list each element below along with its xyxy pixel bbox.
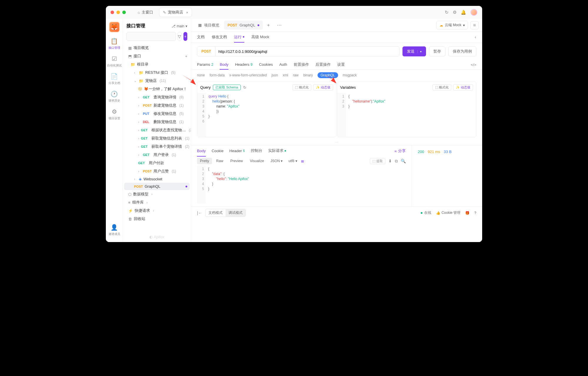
tree-api-item[interactable]: ›POST新建宠物信息(1) xyxy=(124,101,190,110)
save-as-case-button[interactable]: 保存为用例 xyxy=(448,46,476,56)
tree-api-item[interactable]: ›GET用户登录(1) xyxy=(124,151,190,159)
search-icon[interactable]: 🔍 xyxy=(401,159,406,163)
view-raw[interactable]: Raw xyxy=(213,158,226,164)
filter-button[interactable]: ▽ xyxy=(178,32,182,41)
response-body-viewer[interactable]: 12345 { "data": { "hello": "Hello Apifox… xyxy=(191,165,412,207)
copy-icon[interactable]: ⧉ xyxy=(395,159,398,164)
body-type-binary[interactable]: binary xyxy=(303,73,313,77)
url-input[interactable] xyxy=(216,49,399,54)
collapse-icon[interactable]: |← xyxy=(197,211,202,215)
minimize-window-icon[interactable] xyxy=(116,11,120,14)
view-visualize[interactable]: Visualize xyxy=(247,158,267,164)
tree-api-item[interactable]: ›GET根据状态查找宠物…(2) xyxy=(124,126,190,134)
extract-button[interactable]: ⬚提取 xyxy=(370,158,385,164)
tree-api-item[interactable]: ›DEL删除宠物信息(1) xyxy=(124,118,190,126)
body-type-none[interactable]: none xyxy=(197,73,205,77)
reqtab-auth[interactable]: Auth xyxy=(279,60,287,70)
reqtab-params[interactable]: Params2 xyxy=(197,60,213,70)
mock-env-selector[interactable]: ☁云端 Mock▾ xyxy=(436,21,468,29)
body-type-json[interactable]: json xyxy=(271,73,278,77)
body-type-graphql[interactable]: GraphQL xyxy=(318,72,338,78)
new-tab-button[interactable]: + xyxy=(264,21,273,30)
layout-toggle-icon[interactable]: ⫞ xyxy=(474,35,476,39)
wrap-toggle-icon[interactable]: ≣ xyxy=(301,159,304,163)
encoding-selector[interactable]: utf8 ▾ xyxy=(286,158,299,164)
reqtab-pre[interactable]: 前置操作 xyxy=(294,60,309,70)
tree-trash[interactable]: 🗑回收站 xyxy=(124,215,190,223)
reqtab-body[interactable]: Body xyxy=(220,60,228,70)
tree-intro-doc[interactable]: Ⓜ🦊一分钟，了解 Apifox！ xyxy=(124,85,190,93)
send-button[interactable]: 发送▾ xyxy=(402,46,426,56)
chevron-down-icon[interactable]: ▾ xyxy=(417,50,422,53)
window-tab-main[interactable]: ⌂ 主窗口 xyxy=(134,8,157,17)
resptab-actual[interactable]: 实际请求 xyxy=(268,145,286,157)
gift-icon[interactable]: 🎁 xyxy=(465,211,470,215)
nav-api-management[interactable]: 📋接口管理 xyxy=(108,38,120,50)
body-type-urlencoded[interactable]: x-www-form-urlencoded xyxy=(229,73,267,77)
subtab-mock[interactable]: 高级 Mock xyxy=(251,32,269,43)
reqtab-cookies[interactable]: Cookies xyxy=(259,60,273,70)
variables-code-editor[interactable]: 123 { "helloname"|:"Apifox" } xyxy=(337,93,476,137)
maximize-window-icon[interactable] xyxy=(122,11,126,14)
format-button[interactable]: ⬚格式化 xyxy=(293,84,311,90)
tree-api-root[interactable]: ⬒接口 + xyxy=(124,52,190,60)
notifications-icon[interactable]: 🔔 xyxy=(461,10,466,15)
reqtab-post[interactable]: 后置操作 xyxy=(315,60,331,70)
resptab-console[interactable]: 控制台 xyxy=(251,145,262,157)
close-window-icon[interactable] xyxy=(111,11,114,14)
dynamic-value-button[interactable]: ✨动态值 xyxy=(313,84,333,90)
body-type-formdata[interactable]: form-data xyxy=(210,73,225,77)
refresh-icon[interactable]: ↻ xyxy=(445,10,449,15)
format-button[interactable]: ⬚格式化 xyxy=(432,84,451,90)
user-avatar[interactable] xyxy=(470,9,477,16)
reqtab-settings[interactable]: 设置 xyxy=(337,60,345,70)
tree-api-item[interactable]: ›GET查询宠物详情(8) xyxy=(124,93,190,101)
resize-handle[interactable]: ⋯ xyxy=(191,140,482,145)
stash-button[interactable]: 暂存 xyxy=(429,46,445,56)
window-tab-petstore[interactable]: ✎ 宠物商店 × xyxy=(159,8,192,17)
body-type-raw[interactable]: raw xyxy=(293,73,298,77)
cookie-mgmt-button[interactable]: 👍Cookie 管理 xyxy=(436,210,461,215)
nav-history[interactable]: 🕐请求历史 xyxy=(108,90,120,103)
tree-websocket[interactable]: ›◈Websocket xyxy=(124,175,190,183)
view-preview[interactable]: Preview xyxy=(227,158,246,164)
subtab-edit[interactable]: 修改文档 xyxy=(212,32,227,43)
nav-share-docs[interactable]: 📄分享文档 xyxy=(108,73,120,85)
doc-mode-button[interactable]: 文档模式 xyxy=(206,209,225,216)
tree-petstore-folder[interactable]: ⌄📁宠物店(11) xyxy=(124,77,190,85)
subtab-doc[interactable]: 文档 xyxy=(197,32,205,43)
tree-graphql[interactable]: POSTGraphQL xyxy=(124,183,190,190)
reqtab-headers[interactable]: Headers9 xyxy=(235,60,253,70)
method-selector[interactable]: POST xyxy=(197,47,216,56)
plus-icon[interactable]: + xyxy=(185,54,187,58)
share-response-button[interactable]: ∝分享 xyxy=(394,148,406,154)
tree-restful-folder[interactable]: ›📁RESTful 接口(5) xyxy=(124,68,190,77)
nav-settings[interactable]: ⚙项目设置 xyxy=(108,108,120,120)
tree-api-item[interactable]: ›PUT修改宠物信息(5) xyxy=(124,110,190,118)
app-logo[interactable]: 🦊 xyxy=(109,22,120,32)
help-icon[interactable]: ? xyxy=(474,211,476,215)
tab-graphql[interactable]: POSTGraphQL xyxy=(224,21,263,30)
debug-mode-button[interactable]: 调试模式 xyxy=(225,209,245,216)
code-gen-icon[interactable]: </> xyxy=(471,63,476,67)
format-selector[interactable]: JSON ▾ xyxy=(268,158,285,164)
settings-icon[interactable]: ⚙ xyxy=(453,10,457,15)
refresh-schema-icon[interactable]: ↻ xyxy=(243,85,246,90)
tree-quick-request[interactable]: ⚡快捷请求› xyxy=(124,207,190,215)
nav-invite[interactable]: 👤邀请成员 xyxy=(108,224,120,236)
tab-overview[interactable]: ▦项目概览 xyxy=(195,20,223,30)
tree-data-model[interactable]: ⬡数据模型› xyxy=(124,190,190,198)
body-type-xml[interactable]: xml xyxy=(283,73,288,77)
view-pretty[interactable]: Pretty xyxy=(197,158,212,164)
body-type-msgpack[interactable]: msgpack xyxy=(343,73,357,77)
resptab-header[interactable]: Header6 xyxy=(229,145,245,157)
sidebar-search-input[interactable] xyxy=(126,32,176,41)
add-button[interactable]: + xyxy=(183,32,188,41)
tree-components[interactable]: ≡组件库› xyxy=(124,198,190,207)
nav-auto-test[interactable]: ☑自动化测试 xyxy=(107,55,122,68)
subtab-run[interactable]: 运行 xyxy=(234,32,244,43)
close-tab-icon[interactable]: × xyxy=(186,10,188,15)
tree-api-item[interactable]: ›GET获取单个宠物详情(2) xyxy=(124,142,190,151)
tab-more-button[interactable]: ⋯ xyxy=(274,21,285,30)
branch-selector[interactable]: ⎇ main ▾ xyxy=(171,24,187,28)
